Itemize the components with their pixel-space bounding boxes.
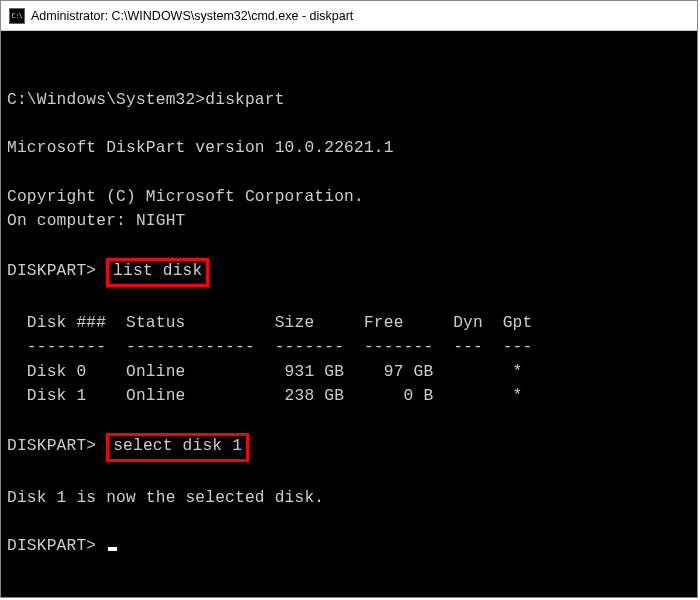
blank-line: [7, 66, 17, 84]
cmd-list-disk: list disk: [113, 262, 202, 280]
diskpart-prompt: DISKPART>: [7, 262, 106, 280]
diskpart-prompt: DISKPART>: [7, 537, 106, 555]
cmd-select-disk: select disk 1: [113, 437, 242, 455]
titlebar[interactable]: C:\ Administrator: C:\WINDOWS\system32\c…: [1, 1, 697, 31]
copyright-line: Copyright (C) Microsoft Corporation.: [7, 188, 364, 206]
cmd-select-disk-highlight: select disk 1: [106, 433, 249, 462]
disk-table-header: Disk ### Status Size Free Dyn Gpt: [7, 314, 532, 332]
cursor: [108, 547, 117, 551]
terminal-output[interactable]: C:\Windows\System32>diskpart Microsoft D…: [1, 31, 697, 567]
selected-message: Disk 1 is now the selected disk.: [7, 489, 324, 507]
cmd-window: C:\ Administrator: C:\WINDOWS\system32\c…: [0, 0, 698, 598]
blank-line: [7, 163, 17, 181]
blank-line: [7, 290, 17, 308]
blank-line: [7, 465, 17, 483]
disk-table-divider: -------- ------------- ------- ------- -…: [7, 338, 532, 356]
cmd-list-disk-highlight: list disk: [106, 258, 209, 287]
cmd-diskpart: diskpart: [205, 91, 284, 109]
table-row: Disk 1 Online 238 GB 0 B *: [7, 387, 523, 405]
blank-line: [7, 411, 17, 429]
diskpart-prompt: DISKPART>: [7, 437, 106, 455]
blank-line: [7, 236, 17, 254]
cmd-prompt: C:\Windows\System32>: [7, 91, 205, 109]
version-line: Microsoft DiskPart version 10.0.22621.1: [7, 139, 394, 157]
table-row: Disk 0 Online 931 GB 97 GB *: [7, 363, 523, 381]
cmd-icon-label: C:\: [11, 12, 22, 20]
blank-line: [7, 115, 17, 133]
window-title: Administrator: C:\WINDOWS\system32\cmd.e…: [31, 9, 353, 23]
cmd-icon: C:\: [9, 8, 25, 24]
blank-line: [7, 513, 17, 531]
computer-line: On computer: NIGHT: [7, 212, 185, 230]
